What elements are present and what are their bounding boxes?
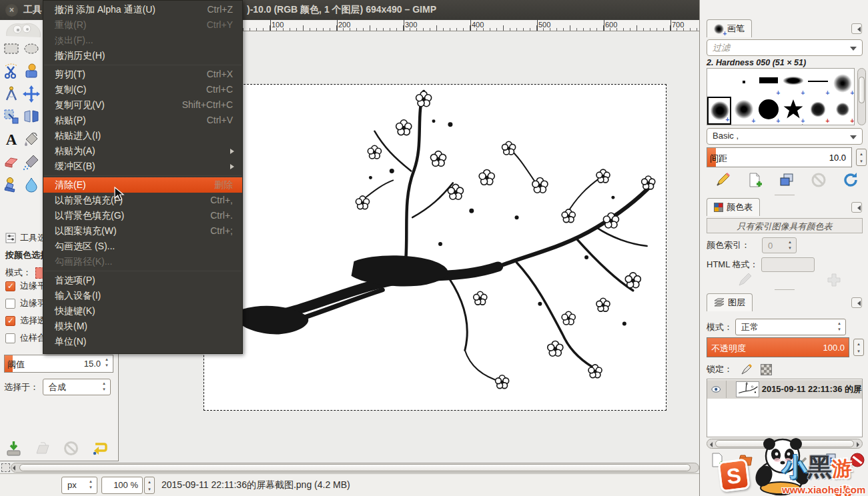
delete-layer-button[interactable]: [849, 452, 865, 468]
menu-item-paste[interactable]: 粘贴(P)Ctrl+V: [43, 113, 242, 128]
brush-spacing-slider[interactable]: 间距 10.0: [707, 147, 852, 167]
brush-ellipse[interactable]: +: [781, 69, 805, 97]
brush-line[interactable]: +: [806, 69, 830, 97]
save-options-button[interactable]: [5, 440, 22, 457]
feather-checkbox[interactable]: 边缘羽: [0, 297, 46, 309]
reset-options-button[interactable]: [91, 440, 108, 457]
refresh-brushes-button[interactable]: [843, 172, 859, 188]
raise-layer-button[interactable]: [765, 452, 781, 468]
checkbox-icon[interactable]: [5, 333, 15, 343]
layers-panel-menu-button[interactable]: [851, 297, 862, 308]
edit-color-button[interactable]: [737, 272, 753, 288]
checkbox-checked-icon[interactable]: [5, 281, 15, 291]
unit-select[interactable]: px ▲▼: [61, 477, 97, 494]
brush-dots-row3[interactable]: [818, 125, 842, 125]
menu-item-clear[interactable]: 清除(E)删除: [43, 177, 242, 193]
unit-spinner-icon[interactable]: ▲▼: [87, 479, 95, 491]
menu-item-fill-pattern[interactable]: 以图案填充(W)Ctrl+;: [43, 223, 242, 239]
menu-item-copy-visible[interactable]: 复制可见(V)Shift+Ctrl+C: [43, 97, 242, 113]
layer-mode-dropdown[interactable]: 正常 ▲▼: [735, 319, 846, 335]
clone-tool[interactable]: [3, 176, 21, 195]
lock-pixels-icon[interactable]: [741, 363, 753, 375]
brush-filter-input[interactable]: 过滤: [707, 39, 863, 56]
dock-splitter[interactable]: [700, 288, 868, 291]
opacity-slider[interactable]: 不透明度 100.0: [707, 337, 849, 357]
checkbox-icon[interactable]: [5, 299, 15, 309]
brush-soft[interactable]: +: [831, 69, 855, 97]
antialias-checkbox[interactable]: 边缘平: [0, 280, 46, 292]
new-layer-group-button[interactable]: [737, 452, 753, 468]
brush-tag-select[interactable]: Basic ,: [707, 128, 863, 145]
eraser-tool[interactable]: [3, 153, 21, 172]
tab-brushes[interactable]: + 画笔: [707, 19, 752, 37]
menu-item-fill-bg[interactable]: 以背景色填充(G)Ctrl+.: [43, 208, 242, 223]
menu-item-undo-history[interactable]: 撤消历史(H): [43, 48, 242, 63]
menu-item-copy[interactable]: 复制(C)Ctrl+C: [43, 82, 242, 97]
lock-alpha-icon[interactable]: [761, 364, 772, 375]
layer-visible-eye-icon[interactable]: [711, 385, 721, 393]
delete-options-button[interactable]: [63, 440, 79, 457]
dropdown-stepper-icon[interactable]: ▲▼: [100, 381, 108, 393]
ellipse-select-tool[interactable]: [23, 40, 41, 59]
zoom-input[interactable]: 100 %: [101, 477, 143, 494]
scroll-right-icon[interactable]: [857, 442, 859, 447]
color-index-spinbox[interactable]: 0 ▲▼: [762, 237, 797, 253]
brush-dot[interactable]: [732, 69, 756, 97]
dock-splitter[interactable]: [700, 193, 868, 197]
menu-item-fade[interactable]: 淡出(F)...: [43, 33, 242, 48]
menu-item-keyboard-shortcuts[interactable]: 快捷键(K): [43, 303, 242, 319]
menu-item-input-devices[interactable]: 输入设备(I): [43, 288, 242, 303]
duplicate-layer-button[interactable]: [821, 452, 837, 468]
canvas-horizontal-scrollbar[interactable]: [11, 463, 699, 473]
brush-splat-row3[interactable]: [707, 125, 731, 125]
brush-splatter[interactable]: +: [831, 97, 855, 125]
blur-tool[interactable]: [23, 176, 41, 195]
sample-merged-checkbox[interactable]: 位样合: [0, 332, 46, 344]
add-color-button[interactable]: [826, 272, 842, 288]
brush-hardness050-selected[interactable]: +: [707, 97, 731, 125]
threshold-slider[interactable]: 阈值 15.0 ▲▼: [4, 355, 113, 373]
brushes-panel-menu-button[interactable]: [851, 23, 862, 34]
colormap-panel-menu-button[interactable]: [851, 202, 862, 213]
bucket-fill-tool[interactable]: [23, 131, 41, 149]
scroll-left-icon[interactable]: [710, 442, 713, 447]
layer-list-scrollbar[interactable]: [707, 439, 863, 449]
menu-item-buffer[interactable]: 缓冲区(B): [43, 159, 242, 174]
quick-mask-toggle[interactable]: [1, 463, 10, 472]
restore-options-button[interactable]: [34, 440, 51, 457]
brush-grid-scrollbar[interactable]: [857, 68, 866, 125]
delete-brush-button[interactable]: [811, 172, 827, 188]
checkbox-checked-icon[interactable]: [5, 316, 15, 326]
brush-bar[interactable]: +: [757, 69, 781, 97]
menu-item-paste-into[interactable]: 粘贴进入(I): [43, 128, 242, 143]
flip-tool[interactable]: [23, 108, 41, 127]
spacing-spinner-icon[interactable]: ▲▼: [856, 149, 867, 166]
menu-item-stroke-selection[interactable]: 勾画选区 (S)...: [43, 239, 242, 254]
measure-tool[interactable]: [3, 85, 21, 104]
menu-item-fill-fg[interactable]: 以前景色填充(F)Ctrl+,: [43, 193, 242, 208]
fuzzy-select-tool[interactable]: [23, 63, 41, 81]
edit-brush-button[interactable]: [715, 172, 731, 188]
menu-item-redo[interactable]: 重做(R)Ctrl+Y: [43, 17, 242, 33]
brush-star[interactable]: +: [781, 97, 805, 125]
brush-chalk[interactable]: +: [806, 97, 830, 125]
scissors-select-tool[interactable]: [3, 63, 21, 81]
duplicate-brush-button[interactable]: [779, 172, 795, 188]
brush-soft2[interactable]: +: [732, 97, 756, 125]
rect-select-tool[interactable]: [3, 40, 21, 59]
brush-splat-row3[interactable]: [757, 125, 781, 125]
select-by-dropdown[interactable]: 合成 ▲▼: [43, 379, 111, 395]
layer-row[interactable]: 2015-09-11 22:11:36 的屏: [707, 380, 862, 399]
select-transparent-checkbox[interactable]: 选择透: [0, 315, 46, 327]
new-layer-button[interactable]: [709, 452, 725, 468]
menu-item-units[interactable]: 单位(N): [43, 334, 242, 349]
menu-item-undo[interactable]: 撤消 添加 Alpha 通道(U)Ctrl+Z: [43, 2, 242, 17]
menu-item-preferences[interactable]: 首选项(P): [43, 273, 242, 288]
text-tool[interactable]: A: [3, 131, 21, 149]
zoom-spinner-icon[interactable]: ▲▼: [144, 477, 155, 494]
scroll-left-icon[interactable]: [13, 465, 15, 471]
image-selection[interactable]: [203, 84, 667, 411]
threshold-spinner-icon[interactable]: ▲▼: [103, 357, 111, 369]
toolbox-close-icon[interactable]: ×: [5, 4, 18, 17]
brush-splat-row3[interactable]: [793, 125, 817, 125]
